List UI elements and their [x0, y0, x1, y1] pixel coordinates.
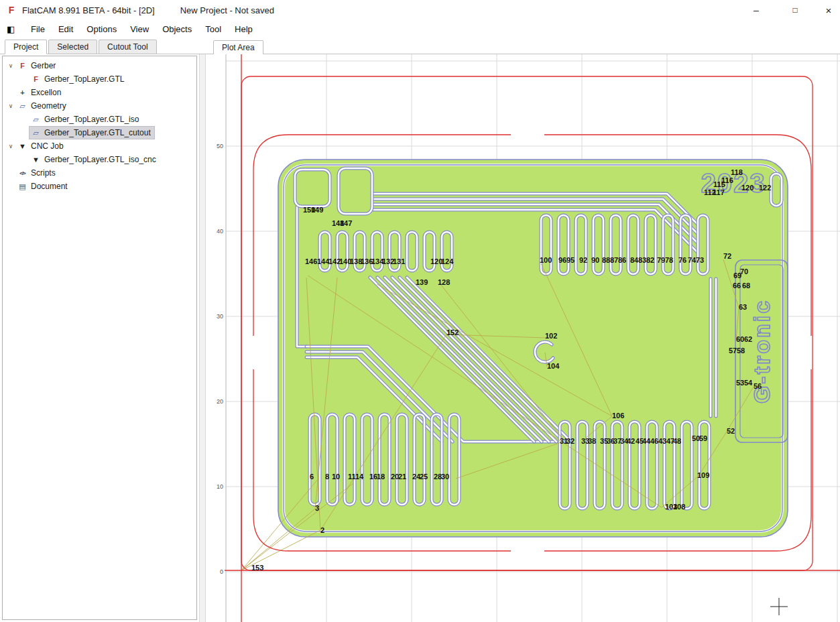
cnc-number-label: 54: [744, 379, 753, 387]
expander-icon[interactable]: ∨: [5, 103, 16, 109]
menu-objects[interactable]: Objects: [156, 22, 198, 36]
cnc-number-label: 104: [547, 362, 560, 370]
cnc-number-label: 92: [579, 256, 587, 264]
menu-view[interactable]: View: [123, 22, 156, 36]
cnc-number-label: 73: [696, 256, 704, 264]
title-bar: F FlatCAM 8.991 BETA - 64bit - [2D] New …: [0, 0, 840, 20]
cnc-number-label: 46: [650, 437, 658, 445]
cnc-number-label: 118: [731, 168, 743, 176]
cnc-file-icon: ▼: [31, 156, 41, 164]
axis-tick-label: 10: [217, 483, 223, 490]
axis-tick-label: 20: [217, 398, 223, 405]
cnc-number-label: 43: [658, 437, 666, 445]
minimize-button[interactable]: –: [745, 0, 768, 20]
cnc-icon: ▼: [17, 142, 27, 150]
cnc-number-label: 83: [638, 256, 646, 264]
tree-item-label: Gerber_TopLayer.GTL_iso_cnc: [44, 155, 156, 164]
cnc-number-label: 95: [566, 256, 575, 264]
cnc-number-label: 124: [441, 257, 454, 265]
cnc-number-label: 120: [741, 184, 754, 192]
cnc-number-label: 139: [416, 278, 428, 286]
cnc-number-label: 56: [754, 382, 762, 390]
cnc-number-label: 72: [723, 252, 731, 260]
window-title: FlatCAM 8.991 BETA - 64bit - [2D]: [22, 5, 155, 15]
tree-item-label: Gerber_TopLayer.GTL_iso: [44, 115, 139, 124]
menu-help[interactable]: Help: [228, 22, 259, 36]
flatcam-logo-icon: F: [6, 5, 17, 15]
tree-item-geometry[interactable]: ∨▱Geometry: [3, 99, 196, 113]
tree-item-cnc-job[interactable]: ∨▼CNC Job: [3, 139, 196, 153]
tree-item-label: Excellon: [31, 88, 61, 97]
tree-item-label: Gerber: [31, 61, 56, 70]
cnc-number-label: 96: [558, 256, 566, 264]
project-panel: ∨FGerberFGerber_TopLayer.GTL+Excellon∨▱G…: [0, 54, 206, 622]
cnc-number-label: 82: [646, 256, 654, 264]
cnc-number-label: 109: [697, 471, 709, 479]
close-button[interactable]: ×: [817, 0, 840, 20]
geometry-file-icon: ▱: [31, 115, 41, 124]
tree-item-label: Scripts: [31, 168, 56, 178]
cnc-number-label: 90: [591, 256, 599, 264]
menu-edit[interactable]: Edit: [52, 22, 80, 36]
tree-item-gerber-toplayer-gtl-cutout[interactable]: ▱Gerber_TopLayer.GTL_cutout: [3, 126, 196, 139]
cnc-number-label: 3: [315, 504, 319, 512]
menu-bar: ◧ FileEditOptionsViewObjectsToolHelp: [0, 20, 840, 38]
cnc-number-label: 152: [446, 328, 459, 336]
cnc-number-label: 58: [737, 347, 745, 355]
cnc-number-label: 62: [744, 335, 752, 343]
menu-tool[interactable]: Tool: [198, 22, 228, 36]
cnc-number-label: 66: [733, 282, 741, 290]
tree-item-gerber[interactable]: ∨FGerber: [3, 59, 196, 72]
tree-item-document[interactable]: ▤Document: [3, 180, 196, 193]
cnc-number-label: 6: [310, 473, 314, 481]
panel-toggle-icon[interactable]: ◧: [7, 24, 19, 34]
tab-plot-area[interactable]: Plot Area: [213, 40, 263, 55]
tree-item-gerber-toplayer-gtl-iso-cnc[interactable]: ▼Gerber_TopLayer.GTL_iso_cnc: [3, 153, 196, 166]
tree-item-label: Document: [31, 182, 68, 191]
cnc-number-label: 86: [618, 256, 626, 264]
cnc-number-label: 57: [729, 347, 737, 355]
tree-item-label: Gerber_TopLayer.GTL_cutout: [44, 128, 151, 137]
tab-cutout-tool[interactable]: Cutout Tool: [99, 40, 157, 54]
scripts-icon: </>: [17, 170, 27, 176]
menu-options[interactable]: Options: [80, 22, 123, 36]
cnc-number-label: 146: [305, 257, 317, 265]
tree-item-content: ▱Gerber_TopLayer.GTL_iso: [29, 113, 142, 125]
cnc-number-label: 147: [340, 219, 352, 227]
cnc-number-label: 25: [420, 473, 428, 481]
maximize-button[interactable]: □: [784, 0, 806, 20]
cnc-number-label: 112: [704, 188, 716, 196]
cnc-number-label: 63: [739, 303, 747, 311]
app-window: F FlatCAM 8.991 BETA - 64bit - [2D] New …: [0, 0, 840, 622]
tab-project[interactable]: Project: [5, 40, 47, 54]
cnc-number-label: 102: [545, 332, 557, 340]
cnc-number-label: 88: [602, 256, 610, 264]
tree-item-content: ▼CNC Job: [16, 140, 67, 152]
tree-item-content: ▼Gerber_TopLayer.GTL_iso_cnc: [29, 153, 160, 166]
geometry-icon: ▱: [17, 102, 27, 111]
tree-item-scripts[interactable]: </>Scripts: [3, 166, 196, 180]
cnc-number-label: 68: [742, 282, 750, 290]
tree-item-gerber-toplayer-gtl-iso[interactable]: ▱Gerber_TopLayer.GTL_iso: [3, 113, 196, 126]
tree-item-content: +Excellon: [16, 86, 64, 99]
tree-item-content: ▱Geometry: [16, 100, 70, 112]
cnc-number-label: 106: [612, 412, 624, 420]
cnc-number-label: 122: [759, 184, 771, 192]
plot-canvas[interactable]: 504030201002023G-tronic15323681011141618…: [206, 54, 840, 622]
tree-item-content: </>Scripts: [16, 167, 59, 179]
menu-file[interactable]: File: [24, 22, 52, 36]
tree-item-excellon[interactable]: +Excellon: [3, 86, 196, 99]
cnc-number-label: 18: [377, 473, 385, 481]
tab-selected[interactable]: Selected: [48, 40, 97, 54]
expander-icon[interactable]: ∨: [5, 143, 16, 149]
sidebar-scrollbar[interactable]: [199, 54, 206, 622]
cnc-number-label: 149: [311, 206, 323, 214]
cnc-number-label: 115: [713, 180, 725, 188]
cnc-number-label: 79: [657, 256, 665, 264]
tree-item-content: FGerber_TopLayer.GTL: [29, 73, 127, 85]
cnc-number-label: 32: [566, 437, 575, 445]
tree-item-gerber-toplayer-gtl[interactable]: FGerber_TopLayer.GTL: [3, 72, 196, 86]
expander-icon[interactable]: ∨: [5, 62, 16, 69]
cnc-number-label: 76: [678, 256, 686, 264]
cnc-number-label: 53: [736, 379, 744, 387]
